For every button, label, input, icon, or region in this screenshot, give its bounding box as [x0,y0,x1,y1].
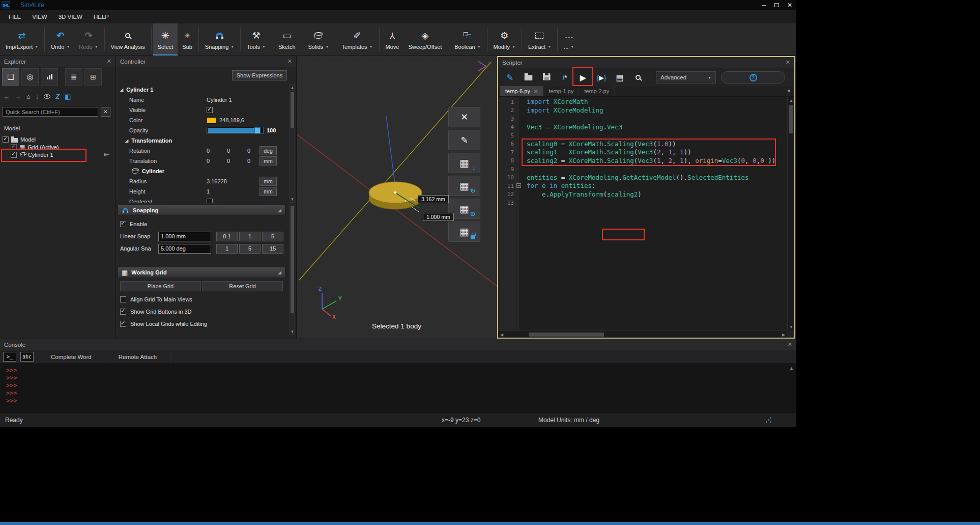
chevron-down-icon[interactable]: ▼ [570,45,574,48]
code-line[interactable]: scaling1 = XCoreMath.Scaling(Vec3(2, 1, … [527,148,787,157]
toolbar-snapping[interactable]: Snapping▼ [200,23,239,56]
chevron-down-icon[interactable]: ▼ [35,45,38,48]
rotation-y[interactable]: 0 [227,148,247,154]
import-down-icon[interactable]: ↓ [36,93,39,100]
menu-view[interactable]: VIEW [26,14,52,20]
forward-icon[interactable]: → [15,93,21,100]
checkbox[interactable] [120,309,126,315]
toolbar-templates[interactable]: ✐ Templates▼ [337,23,377,56]
fold-marker-icon[interactable]: − [516,183,521,188]
toolbar-solids[interactable]: Solids▼ [304,23,334,56]
vertical-scrollbar[interactable]: ▲ ▼ [787,97,794,330]
grid-place-button[interactable]: ▦↓ [448,153,480,173]
view-chart-view-button[interactable] [41,68,58,86]
code-lines[interactable]: import XCoreMathimport XCoreModelingVec3… [518,97,787,330]
run-button[interactable]: ▶ [575,70,591,85]
translation-x[interactable]: 0 [207,158,227,164]
tree-item-cylinder-1[interactable]: Cylinder 1 [0,151,116,158]
checkbox[interactable] [120,296,126,302]
slider-handle[interactable] [254,127,261,133]
run-selection-button[interactable]: {▶} [594,70,609,85]
cylinder-subheader[interactable]: Cylinder [116,166,288,176]
code-line[interactable]: scaling2 = XCoreMath.Scaling(Vec3(1, 2, … [527,157,787,165]
open-button[interactable] [521,70,536,85]
transformation-header[interactable]: ◢ Transformation [116,135,288,146]
height-value[interactable]: 1 [207,188,210,195]
chevron-down-icon[interactable]: ▼ [262,45,266,48]
toolbar-boolean[interactable]: Boolean▼ [450,23,485,56]
reset-grid-button[interactable]: Reset Grid [202,281,283,291]
toolbar-imp-export[interactable]: ⇄ Imp/Export▼ [1,23,43,56]
view-model-cube-button[interactable]: ❑ [2,68,19,86]
color-swatch[interactable] [207,117,216,124]
code-line[interactable] [527,165,787,174]
comment-button[interactable]: /* [557,70,572,85]
horizontal-scrollbar[interactable]: ◀ ▶ [498,330,787,338]
mode-selector-dropdown[interactable]: Advanced ▼ [656,71,716,84]
enable-checkbox[interactable] [120,221,126,227]
chevron-down-icon[interactable]: ▼ [325,45,329,48]
opacity-value[interactable]: 100 [267,127,276,133]
plane-icon[interactable]: ◧ [65,93,71,100]
code-line[interactable] [527,131,787,140]
angular-snap-5-button[interactable]: 5 [239,244,261,254]
close-icon[interactable]: ✕ [287,58,292,65]
view-hierarchy-button[interactable]: ⊞ [84,68,102,86]
toolbar-sweep-offset[interactable]: ◈ Sweep/Offset [403,23,446,56]
radius-unit-select[interactable]: mm [260,177,277,186]
checkbox[interactable] [3,136,9,143]
toolbar-redo[interactable]: ↷ Redo▼ [74,23,102,56]
toolbar-move[interactable]: Y Move [381,23,404,56]
code-line[interactable]: scaling0 = XCoreMath.Scaling(Vec3(1.0)) [527,140,787,149]
chevron-down-icon[interactable]: ▼ [477,45,481,48]
close-icon[interactable]: ✕ [788,341,792,348]
view-circle-view-button[interactable]: ◎ [21,68,39,86]
properties-scrollbar[interactable]: ▲ ▼ [290,85,295,203]
toolbar-undo[interactable]: ↶ Undo▼ [46,23,74,56]
goto-item-arrow-icon[interactable]: ⇤ [104,151,109,158]
code-line[interactable] [527,115,787,123]
close-icon[interactable]: ✕ [787,2,792,8]
code-line[interactable] [527,199,787,207]
translation-unit-select[interactable]: mm [260,156,277,165]
chevron-down-icon[interactable]: ▼ [369,45,373,48]
toolbar-sketch[interactable]: ▭ Sketch [274,23,300,56]
toolbar-sub[interactable]: ✳ Sub [178,23,197,56]
eye-icon[interactable] [44,94,50,99]
chevron-down-icon[interactable]: ▼ [547,45,551,48]
abc-completion-icon[interactable]: abc [20,352,34,362]
console-tab-complete-word[interactable]: Complete Word [38,350,105,364]
chevron-down-icon[interactable]: ▼ [512,45,515,48]
tab-temp-2-py[interactable]: temp-2.py [579,86,615,96]
visible-checkbox[interactable] [207,107,213,113]
angular-snap-15-button[interactable]: 15 [262,244,283,254]
tab-temp-6-py[interactable]: temp-6.py✕ [500,86,543,96]
grid-lock-button[interactable]: ▦ [448,222,480,242]
linear-snap-1-button[interactable]: 1 [239,232,261,241]
rotation-x[interactable]: 0 [207,148,227,154]
delete-button[interactable]: ✕ [448,107,480,127]
tree-item-model[interactable]: Model [0,135,116,143]
show-expressions-button[interactable]: Show Expressions [232,70,287,80]
code-line[interactable]: import XCoreMath [527,98,787,106]
height-unit-select[interactable]: mm [260,187,277,196]
tree-item-grid-active[interactable]: ▦ Grid (Active) [0,143,116,151]
controller-scrollbar[interactable]: ▼ [290,205,295,335]
code-line[interactable]: for e in entities: [527,182,787,190]
check-show-grid-buttons-in-3d[interactable]: Show Grid Buttons in 3D [120,308,191,316]
rotation-unit-select[interactable]: deg [260,146,277,155]
group-header-cylinder1[interactable]: ◢ Cylinder 1 [116,85,288,95]
toolbar-tools[interactable]: ⚒ Tools▼ [242,23,270,56]
home-icon[interactable]: ⌂ [26,93,31,100]
toolbar-view-analysis[interactable]: View Analysis [106,23,150,56]
code-line[interactable]: Vec3 = XCoreModeling.Vec3 [527,123,787,132]
place-grid-button[interactable]: Place Grid [120,281,201,291]
menu-3d-view[interactable]: 3D VIEW [53,14,88,20]
code-line[interactable]: import XCoreModeling [527,106,787,115]
search-button[interactable] [630,70,646,85]
working-grid-section-header[interactable]: ▦ Working Grid ◢ [118,267,285,278]
toolbar-extract[interactable]: Extract▼ [524,23,556,56]
save-button[interactable] [539,70,554,85]
color-value[interactable]: 248,189,6 [219,117,244,123]
checkbox[interactable] [11,152,17,158]
